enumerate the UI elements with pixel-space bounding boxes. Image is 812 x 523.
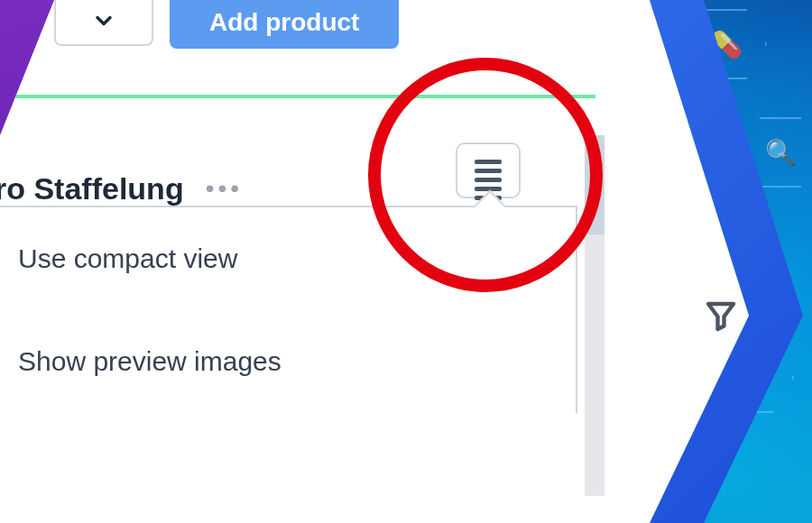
hamburger-icon bbox=[475, 169, 502, 173]
chevron-down-icon bbox=[91, 8, 116, 33]
filter-icon bbox=[702, 298, 740, 335]
column-more-button[interactable]: ••• bbox=[206, 174, 243, 203]
scrollbar-track[interactable] bbox=[585, 135, 604, 496]
column-title: ro Staffelung bbox=[0, 171, 184, 206]
scrollbar-thumb[interactable] bbox=[585, 135, 604, 234]
toolbar-dropdown-button[interactable] bbox=[54, 0, 153, 46]
toolbar: Add product bbox=[54, 0, 614, 61]
view-options-menu: Use compact view Show preview images bbox=[0, 206, 577, 413]
add-product-button[interactable]: Add product bbox=[170, 0, 399, 49]
search-icon: 🔍 bbox=[765, 138, 797, 168]
add-product-label: Add product bbox=[209, 8, 359, 37]
menu-item-preview-images[interactable]: Show preview images bbox=[0, 310, 576, 413]
separator bbox=[0, 95, 595, 98]
filter-button[interactable] bbox=[702, 298, 740, 335]
